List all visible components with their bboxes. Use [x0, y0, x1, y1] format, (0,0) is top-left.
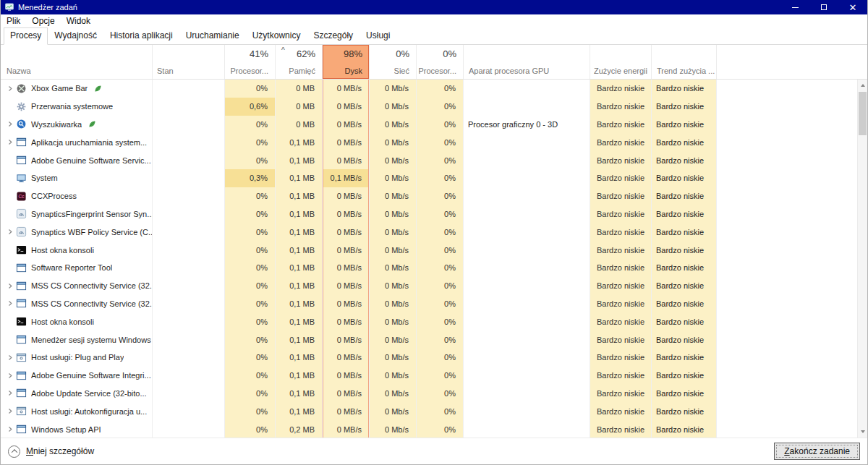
power-usage-cell: Bardzo niskie: [590, 80, 652, 98]
title-bar[interactable]: Menedżer zadań ✕: [1, 0, 867, 14]
tab-performance[interactable]: Wydajność: [48, 27, 103, 44]
process-row[interactable]: Aplikacja uruchamiania system...0%0,1 MB…: [1, 133, 867, 151]
expand-chevron-icon[interactable]: [4, 354, 16, 361]
tab-app-history[interactable]: Historia aplikacji: [103, 27, 179, 44]
power-usage-cell: Bardzo niskie: [590, 330, 652, 349]
process-row[interactable]: Host okna konsoli0%0,1 MB0 MB/s0 Mb/s0%B…: [1, 312, 867, 330]
memory-cell: 0,1 MB: [276, 402, 323, 420]
process-row[interactable]: Synaptics WBF Policy Service (C...0%0,1 …: [1, 223, 867, 241]
memory-cell: 0,1 MB: [276, 367, 323, 385]
menu-view[interactable]: Widok: [61, 14, 96, 27]
power-usage-cell: Bardzo niskie: [590, 420, 652, 438]
expand-chevron-icon[interactable]: [4, 121, 16, 127]
column-header-disk[interactable]: 98%Dysk: [323, 45, 370, 79]
expand-chevron-icon[interactable]: [4, 372, 16, 379]
gear-icon: [16, 101, 27, 112]
column-header-gpu[interactable]: 0%Procesor...: [417, 45, 464, 79]
vertical-scrollbar[interactable]: [857, 80, 867, 438]
process-row[interactable]: Host usługi: Plug and Play0%0,1 MB0 MB/s…: [1, 349, 867, 367]
expand-chevron-icon[interactable]: [4, 283, 16, 289]
details-toggle[interactable]: Mniej szczegółów: [8, 445, 94, 458]
process-name-cell: System: [1, 169, 153, 187]
scroll-up-button[interactable]: [858, 80, 867, 91]
minimize-button[interactable]: [780, 0, 809, 14]
cpu-cell: 0%: [225, 349, 276, 367]
memory-cell: 0,1 MB: [276, 295, 323, 313]
power-usage-cell: Bardzo niskie: [590, 349, 652, 367]
process-row[interactable]: Adobe Update Service (32-bito...0%0,1 MB…: [1, 385, 867, 403]
column-header-power-usage[interactable]: Zużycie energii: [590, 45, 652, 79]
process-row[interactable]: SynapticsFingerprint Sensor Syn...0%0,1 …: [1, 205, 867, 223]
tab-processes[interactable]: Procesy: [4, 27, 48, 45]
tab-startup[interactable]: Uruchamianie: [179, 27, 246, 44]
scroll-down-button[interactable]: [858, 426, 867, 438]
gpu-total-percent: 0%: [443, 48, 456, 59]
row-filler: [717, 98, 867, 116]
process-row[interactable]: Host usługi: Autokonfiguracja u...0%0,1 …: [1, 402, 867, 420]
process-row[interactable]: Adobe Genuine Software Integri...0%0,1 M…: [1, 367, 867, 385]
tab-bar: Procesy Wydajność Historia aplikacji Uru…: [1, 27, 867, 45]
process-row[interactable]: Xbox Game Bar0%0 MB0 MB/s0 Mb/s0%Bardzo …: [1, 80, 867, 98]
column-header-network[interactable]: 0%Sieć: [370, 45, 417, 79]
gpu-engine-cell: [464, 312, 590, 330]
end-task-button[interactable]: Zakończ zadanie: [774, 443, 860, 460]
network-cell: 0 Mb/s: [370, 133, 417, 151]
process-name: Przerwania systemowe: [31, 102, 113, 111]
disk-cell: 0 MB/s: [323, 116, 370, 134]
expand-chevron-icon[interactable]: [4, 85, 16, 92]
process-name-cell: MSS CS Connectivity Service (32...: [1, 295, 153, 313]
column-header-memory[interactable]: ^62%Pamięć: [276, 45, 323, 79]
memory-cell: 0,1 MB: [276, 385, 323, 403]
expand-chevron-icon[interactable]: [4, 390, 16, 396]
close-button[interactable]: ✕: [838, 0, 867, 14]
expand-chevron-icon[interactable]: [4, 300, 16, 307]
power-usage-cell: Bardzo niskie: [590, 312, 652, 330]
process-row[interactable]: Software Reporter Tool0%0,1 MB0 MB/s0 Mb…: [1, 259, 867, 277]
column-header-power-trend[interactable]: Trend zużycia ...: [652, 45, 717, 79]
process-row[interactable]: Host okna konsoli0%0,1 MB0 MB/s0 Mb/s0%B…: [1, 241, 867, 259]
process-row[interactable]: Windows Setup API0%0,2 MB0 MB/s0 Mb/s0%B…: [1, 420, 867, 438]
expand-chevron-icon[interactable]: [4, 229, 16, 235]
status-cell: [153, 295, 225, 313]
suspended-leaf-icon: [88, 120, 96, 128]
status-cell: [153, 223, 225, 241]
gpu-engine-cell: [464, 151, 590, 169]
process-row[interactable]: Menedżer sesji systemu Windows0%0,1 MB0 …: [1, 330, 867, 349]
tab-services[interactable]: Usługi: [359, 27, 396, 44]
process-row[interactable]: MSS CS Connectivity Service (32...0%0,1 …: [1, 277, 867, 295]
scrollbar-thumb[interactable]: [859, 92, 867, 135]
cpu-cell: 0%: [225, 312, 276, 330]
process-row[interactable]: CcCCXProcess0%0,1 MB0 MB/s0 Mb/s0%Bardzo…: [1, 187, 867, 205]
column-header-status[interactable]: Stan: [153, 45, 225, 79]
tab-details[interactable]: Szczegóły: [307, 27, 359, 44]
process-row[interactable]: MSS CS Connectivity Service (32...0%0,1 …: [1, 295, 867, 313]
process-name-cell: Host okna konsoli: [1, 241, 153, 259]
status-cell: [153, 187, 225, 205]
power-usage-cell: Bardzo niskie: [590, 241, 652, 259]
menu-file[interactable]: Plik: [1, 14, 26, 27]
tab-users[interactable]: Użytkownicy: [246, 27, 307, 44]
gpu-engine-cell: [464, 367, 590, 385]
gpu-cell: 0%: [417, 420, 464, 438]
row-filler: [717, 385, 867, 403]
menu-options[interactable]: Opcje: [26, 14, 60, 27]
process-name-cell: Host usługi: Plug and Play: [1, 349, 153, 367]
power-trend-cell: Bardzo niskie: [652, 116, 717, 134]
maximize-button[interactable]: [809, 0, 838, 14]
process-name: Host usługi: Plug and Play: [31, 353, 124, 362]
process-row[interactable]: System0,3%0,1 MB0,1 MB/s0 Mb/s0%Bardzo n…: [1, 169, 867, 187]
column-header-gpu-engine[interactable]: Aparat procesora GPU: [464, 45, 590, 79]
expand-chevron-icon[interactable]: [4, 426, 16, 432]
svg-text:Cc: Cc: [18, 194, 25, 199]
process-row[interactable]: Przerwania systemowe0,6%0 MB0 MB/s0 Mb/s…: [1, 98, 867, 116]
expand-chevron-icon[interactable]: [4, 408, 16, 414]
column-header-name[interactable]: Nazwa: [1, 45, 153, 79]
process-row[interactable]: Adobe Genuine Software Servic...0%0,1 MB…: [1, 151, 867, 169]
process-row[interactable]: Wyszukiwarka0%0 MB0 MB/s0 Mb/s0%Procesor…: [1, 116, 867, 134]
expand-chevron-icon[interactable]: [4, 139, 16, 145]
cpu-cell: 0%: [225, 151, 276, 169]
network-cell: 0 Mb/s: [370, 385, 417, 403]
column-header-cpu[interactable]: 41%Procesor...: [225, 45, 276, 79]
disk-cell: 0 MB/s: [323, 259, 370, 277]
gpu-engine-cell: [464, 241, 590, 259]
